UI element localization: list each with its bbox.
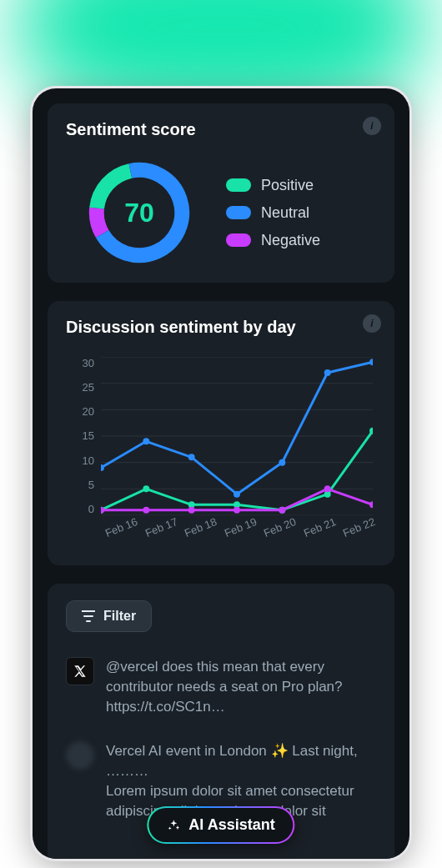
svg-point-27 — [369, 501, 373, 508]
filter-button[interactable]: Filter — [66, 600, 152, 632]
svg-point-25 — [279, 507, 285, 514]
svg-point-22 — [143, 507, 149, 514]
legend-positive: Positive — [226, 177, 320, 194]
sentiment-legend: Positive Neutral Negative — [226, 177, 320, 249]
svg-point-20 — [369, 359, 373, 365]
filter-label: Filter — [103, 609, 136, 624]
svg-point-19 — [324, 369, 331, 376]
device-frame: Sentiment score i 70 Positive Neutral Ne… — [33, 88, 409, 859]
legend-neutral: Neutral — [226, 204, 320, 222]
svg-point-17 — [234, 491, 240, 498]
svg-point-24 — [234, 507, 240, 514]
svg-point-15 — [143, 438, 149, 444]
svg-point-26 — [324, 485, 331, 492]
filter-icon — [82, 610, 95, 622]
legend-label: Neutral — [261, 204, 309, 222]
svg-point-8 — [143, 485, 149, 492]
discussion-sentiment-card: Discussion sentiment by day i 3025201510… — [48, 301, 394, 565]
sentiment-score-value: 70 — [86, 159, 193, 266]
svg-point-18 — [279, 459, 285, 466]
ai-assistant-wrapper: AI Assistant — [147, 806, 294, 844]
discussion-line-chart: 302520151050 Feb 16Feb 17Feb 18Feb 19Feb… — [66, 357, 376, 549]
info-icon[interactable]: i — [363, 314, 381, 333]
legend-negative: Negative — [226, 232, 320, 249]
ai-assistant-label: AI Assistant — [188, 816, 274, 834]
legend-label: Negative — [261, 232, 320, 249]
sentiment-donut-chart: 70 — [86, 159, 193, 266]
avatar-x-icon — [66, 657, 94, 685]
legend-swatch-neutral — [226, 206, 251, 219]
card-title: Sentiment score — [66, 120, 376, 139]
ai-assistant-button[interactable]: AI Assistant — [148, 808, 293, 842]
svg-point-16 — [188, 454, 195, 460]
feed-text: @vercel does this mean that every contri… — [106, 657, 376, 716]
legend-label: Positive — [261, 177, 314, 194]
sparkle-icon — [167, 819, 180, 832]
svg-point-23 — [188, 507, 195, 514]
card-title: Discussion sentiment by day — [66, 318, 376, 337]
feed-item[interactable]: @vercel does this mean that every contri… — [66, 657, 376, 716]
avatar — [66, 741, 94, 770]
legend-swatch-positive — [226, 178, 251, 192]
info-icon[interactable]: i — [363, 117, 381, 135]
sentiment-score-card: Sentiment score i 70 Positive Neutral Ne… — [48, 103, 394, 283]
legend-swatch-negative — [226, 233, 251, 247]
